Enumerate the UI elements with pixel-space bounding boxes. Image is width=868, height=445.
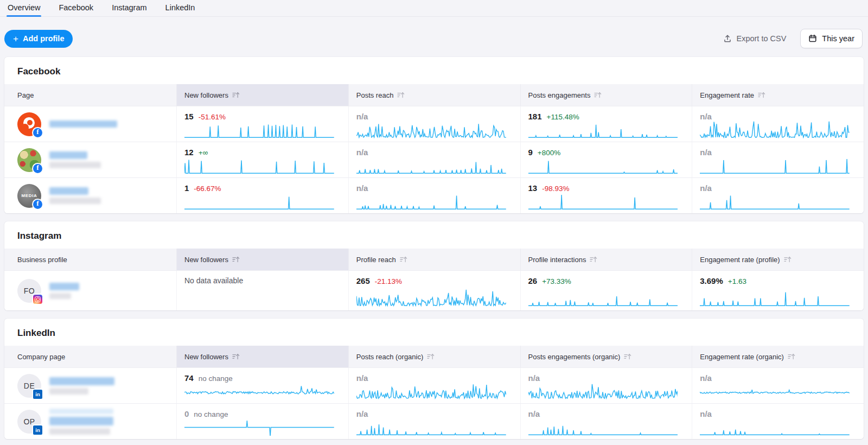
column-label: New followers [184, 91, 228, 99]
avatar-initials: MEDIA [22, 193, 37, 198]
table-row: FONo data available265-21.13%26+73.33%3.… [4, 270, 864, 310]
sparkline [700, 383, 850, 400]
sparkline [356, 418, 506, 436]
metric-value: n/a [700, 112, 712, 121]
table-row: DEin74no changen/an/an/a [4, 367, 864, 403]
metric-delta: no change [194, 410, 228, 418]
metric-cell: n/a [692, 404, 864, 439]
profile-cell[interactable]: f [4, 142, 176, 177]
metric-value: n/a [700, 409, 712, 418]
profile-cell[interactable]: DEin [4, 368, 176, 403]
add-profile-button[interactable]: + Add profile [4, 30, 73, 48]
date-range-button[interactable]: This year [800, 29, 863, 48]
profile-cell[interactable]: FO [4, 271, 176, 310]
column-header-profile-interactions[interactable]: Profile interactions [520, 249, 692, 270]
plus-icon: + [13, 34, 18, 43]
linkedin-badge-icon: in [32, 389, 43, 400]
metric-cell: n/a [348, 368, 520, 403]
sparkline [184, 193, 334, 210]
sparkline [184, 157, 334, 174]
facebook-section-card: Facebook Page New followers Posts reach … [4, 57, 864, 213]
avatar: FO [17, 279, 41, 303]
section-title: Facebook [4, 57, 864, 84]
metric-cell: n/a [520, 368, 692, 403]
profile-cell[interactable]: MEDIAf [4, 178, 176, 213]
column-label: New followers [184, 353, 228, 361]
metric-cell: n/a [692, 368, 864, 403]
sparkline [356, 193, 506, 210]
column-header-posts-reach-organic[interactable]: Posts reach (organic) [348, 346, 520, 367]
date-range-label: This year [822, 34, 854, 43]
calendar-icon [808, 34, 817, 43]
metric-delta: +1.63 [728, 277, 746, 285]
metric-cell: n/a [348, 404, 520, 439]
column-label: Posts reach [356, 91, 394, 99]
redacted-profile-name [49, 120, 117, 128]
metric-value: n/a [528, 409, 540, 418]
column-header-new-followers[interactable]: New followers [176, 346, 348, 367]
column-label: Engagement rate (profile) [700, 256, 780, 264]
column-label: Engagement rate (organic) [700, 353, 784, 361]
metric-value: 265 [356, 276, 370, 285]
section-title: LinkedIn [4, 319, 864, 346]
avatar: DEin [17, 374, 41, 398]
sparkline [700, 289, 850, 307]
metric-cell: n/a [348, 142, 520, 177]
sparkline [700, 157, 850, 174]
column-header-new-followers[interactable]: New followers [176, 84, 348, 106]
sparkline [700, 193, 850, 210]
sort-icon [784, 256, 792, 263]
table-header: Company page New followers Posts reach (… [4, 346, 864, 367]
metric-value: 0 [184, 409, 189, 418]
column-header-engagement-rate[interactable]: Engagement rate [692, 84, 864, 106]
column-header-profile-reach[interactable]: Profile reach [348, 249, 520, 270]
column-header-posts-engagements-organic[interactable]: Posts engagements (organic) [520, 346, 692, 367]
sparkline [184, 383, 334, 400]
sort-icon [232, 256, 240, 263]
metric-value: n/a [356, 373, 368, 383]
metric-delta: no change [199, 374, 233, 383]
metric-cell: 9+800% [520, 142, 692, 177]
column-header-new-followers[interactable]: New followers [176, 249, 348, 270]
redacted-profile-name [49, 377, 114, 395]
column-label: Business profile [17, 256, 67, 264]
metric-cell: n/a [348, 106, 520, 142]
tab-facebook[interactable]: Facebook [59, 3, 93, 16]
sort-icon [624, 353, 631, 360]
table-row: OPin0no changen/an/an/a [4, 403, 864, 439]
metric-cell: 13-98.93% [520, 178, 692, 213]
tab-instagram[interactable]: Instagram [112, 3, 146, 16]
sparkline [700, 121, 850, 138]
metric-delta: +73.33% [542, 277, 571, 285]
facebook-badge-icon: f [32, 163, 43, 174]
metric-delta: -98.93% [542, 185, 569, 193]
column-header-posts-engagements[interactable]: Posts engagements [520, 84, 692, 106]
metric-delta: +∞ [199, 149, 208, 157]
column-label: Posts engagements [528, 91, 591, 99]
export-csv-button[interactable]: Export to CSV [723, 34, 786, 43]
column-header-posts-reach[interactable]: Posts reach [348, 84, 520, 106]
sparkline [184, 418, 334, 436]
instagram-section-card: Instagram Business profile New followers… [4, 221, 864, 310]
metric-value: 15 [184, 112, 194, 121]
column-header-engagement-rate-organic[interactable]: Engagement rate (organic) [692, 346, 864, 367]
sort-icon [232, 353, 240, 360]
redacted-profile-name [49, 409, 113, 435]
metric-value: 12 [184, 148, 194, 157]
sort-icon [594, 92, 602, 98]
profile-cell[interactable]: OPin [4, 404, 176, 439]
avatar: MEDIAf [17, 184, 41, 208]
profile-cell[interactable]: f [4, 106, 176, 142]
toolbar: + Add profile Export to CSV This year [4, 29, 863, 48]
metric-cell: n/a [692, 142, 864, 177]
metric-delta: +800% [538, 149, 560, 157]
column-header-engagement-rate-profile[interactable]: Engagement rate (profile) [692, 249, 864, 270]
column-header-page: Page [4, 84, 176, 106]
tab-linkedin[interactable]: LinkedIn [165, 3, 195, 16]
tab-overview[interactable]: Overview [8, 3, 40, 16]
sparkline [528, 418, 678, 436]
sparkline [528, 193, 678, 210]
column-label: Company page [17, 353, 65, 361]
column-label: New followers [184, 256, 228, 264]
sort-icon [427, 353, 435, 360]
